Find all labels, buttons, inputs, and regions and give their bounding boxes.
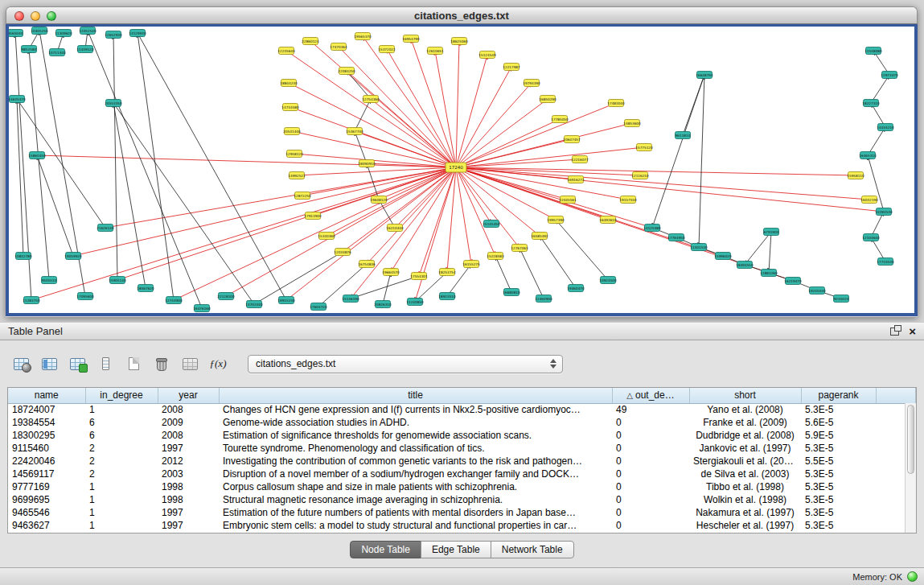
table-cell[interactable]: 5.3E-5 [801,493,876,506]
table-cell[interactable]: Changes of HCN gene expression and I(f) … [219,403,612,416]
table-cell[interactable]: Corpus callosum shape and size in male p… [219,480,612,493]
graph-node[interactable]: 15146190 [342,295,359,303]
table-cell[interactable]: 5.3E-5 [801,442,876,455]
graph-node[interactable]: 19648120 [370,196,388,204]
graph-edge[interactable] [456,103,616,167]
table-cell[interactable]: Nakamura et al. (1997) [689,506,801,519]
column-header-title[interactable]: title [219,388,612,403]
table-cell[interactable]: Tourette syndrome. Phenomenology and cla… [219,442,612,455]
graph-edge[interactable] [456,167,628,200]
table-cell[interactable]: 5.3E-5 [801,519,876,532]
graph-node[interactable]: 14434210 [877,124,894,131]
table-cell[interactable]: Wolkin et al. (1998) [689,493,801,506]
graph-node[interactable]: 16493610 [599,216,617,224]
table-cell[interactable]: Investigating the contribution of common… [219,455,612,468]
graph-node[interactable]: 11548080 [864,47,882,55]
graph-node[interactable]: 18494550 [736,262,754,269]
graph-edge[interactable] [391,167,456,272]
graph-node[interactable]: 14635470 [9,96,26,103]
table-cell[interactable]: 2008 [158,429,219,442]
graph-node[interactable]: 15145450 [483,220,500,228]
memory-status-label[interactable]: Memory: OK [852,572,902,582]
graph-node[interactable]: 6791900 [764,229,779,236]
graph-edge[interactable] [456,67,511,167]
graph-node[interactable]: 11501530 [690,244,708,251]
graph-edge[interactable] [456,99,548,167]
graph-node[interactable]: 18625060 [450,38,468,45]
table-cell[interactable]: 49 [612,403,689,416]
graph-edge[interactable] [113,103,254,304]
graph-node[interactable]: 15367740 [346,128,363,135]
graph-node[interactable]: 12872250 [294,192,311,200]
table-cell[interactable]: Tibbo et al. (1998) [689,480,801,493]
graph-node[interactable]: 9611810 [676,132,691,139]
network-canvas[interactable]: 1724012235640228601241747036419565370153… [6,24,918,316]
graph-edge[interactable] [699,75,704,247]
graph-node[interactable]: 17470364 [330,43,347,51]
graph-node[interactable]: 20531440 [283,128,301,135]
graph-node[interactable]: 11283750 [23,297,40,304]
table-cell[interactable]: 14569117 [8,468,85,480]
graph-node[interactable]: 16850290 [539,96,556,103]
table-cell[interactable]: Estimation of the future numbers of pati… [219,506,612,519]
graph-node[interactable]: 12883260 [760,270,778,277]
graph-node[interactable]: 12052540 [79,27,97,35]
graph-node[interactable]: 19059920 [64,253,82,260]
graph-node[interactable]: 16754836 [358,261,376,268]
table-cell[interactable]: 2012 [158,455,219,468]
graph-node[interactable]: 12460900 [535,295,552,303]
graph-node[interactable]: 16155275 [462,261,480,268]
graph-node[interactable]: 16210440 [386,225,404,232]
table-cell[interactable]: Genome-wide association studies in ADHD. [219,416,612,429]
table-cell[interactable]: 1998 [158,493,219,506]
table-cell[interactable]: 5.9E-5 [801,429,876,442]
tab-network-table[interactable]: Network Table [491,541,574,558]
graph-node[interactable]: 16648794 [696,72,713,79]
table-row[interactable]: 911546021997Tourette syndrome. Phenomeno… [8,442,916,455]
table-cell[interactable]: 22420046 [8,455,85,468]
graph-node[interactable]: 19664570 [382,269,400,276]
graph-edge[interactable] [31,167,456,300]
show-columns-button[interactable] [38,353,60,374]
graph-node[interactable]: 9505510 [42,277,57,284]
graph-edge[interactable] [652,75,704,228]
graph-node[interactable]: 12744900 [165,297,183,304]
table-cell[interactable]: 5.3E-5 [801,403,876,416]
graph-node[interactable]: 22128100 [217,293,235,300]
network-svg[interactable]: 1724012235640228601241747036419565370153… [9,27,914,313]
table-cell[interactable]: 2 [85,455,158,468]
graph-node[interactable]: 19157550 [619,196,637,204]
graph-node[interactable]: 12754360 [362,96,380,103]
graph-node[interactable]: 18227310 [862,100,880,107]
table-cell[interactable]: 9777169 [8,480,85,493]
graph-edge[interactable] [456,167,856,175]
table-cell[interactable]: 2 [85,442,158,455]
graph-edge[interactable] [355,99,371,131]
graph-edge[interactable] [379,167,456,200]
graph-edge[interactable] [383,272,391,304]
graph-node[interactable]: 11309620 [55,30,72,37]
graph-node[interactable]: 16032190 [860,196,878,204]
graph-node[interactable]: 12958120 [285,150,303,158]
table-cell[interactable]: 1 [85,403,158,416]
zoom-button[interactable] [47,11,56,21]
graph-edge[interactable] [540,236,576,288]
table-cell[interactable]: 1 [85,480,158,493]
table-cell[interactable]: 0 [612,468,689,480]
column-header-pagerank[interactable]: pagerank [801,388,876,403]
table-settings-button[interactable] [10,353,32,374]
table-row[interactable]: 1872400712008Changes of HCN gene express… [8,403,916,416]
table-cell[interactable]: 1 [85,493,158,506]
table-cell[interactable]: 2 [85,468,158,480]
table-cell[interactable]: 0 [612,506,689,519]
graph-edge[interactable] [456,167,869,200]
graph-edge[interactable] [343,167,456,252]
table-row[interactable]: 946554611997Estimation of the future num… [8,506,916,519]
graph-node[interactable]: 11240850 [406,299,424,306]
graph-node[interactable]: 9245020 [834,295,849,303]
table-cell[interactable]: Structural magnetic resonance image aver… [219,493,612,506]
table-cell[interactable]: 9463627 [8,519,85,532]
graph-edge[interactable] [556,220,608,280]
table-cell[interactable]: 19384554 [8,416,85,429]
column-header-year[interactable]: year [158,388,219,403]
